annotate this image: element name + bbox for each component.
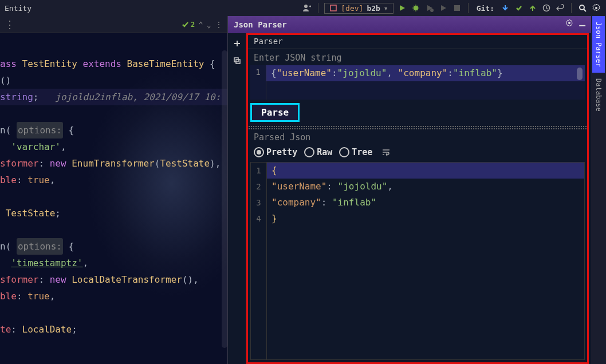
rail-tab-database[interactable]: Database (592, 73, 605, 117)
editor-tab-indicator[interactable]: ⋮ (5, 18, 15, 30)
code-editor-pane: ⋮ 2 ⌃ ⌄ ⋮ ass TestEntity extends BaseTim… (0, 16, 227, 364)
editor-more-icon[interactable]: ⋮ (215, 20, 223, 29)
tool-minimize-icon[interactable]: — (579, 19, 585, 31)
json-input-label: Enter JSON string (248, 50, 587, 65)
view-mode-selector: PrettyRawTree (248, 145, 587, 160)
svg-point-7 (568, 22, 570, 24)
svg-point-3 (430, 9, 434, 12)
stop-icon (452, 3, 462, 13)
add-tab-icon[interactable] (231, 38, 243, 49)
file-title: Entity (5, 4, 32, 13)
inspection-badge[interactable]: 2 (182, 21, 195, 29)
resize-divider[interactable] (248, 125, 587, 130)
input-scrollbar[interactable] (577, 68, 583, 80)
settings-icon[interactable] (591, 3, 601, 13)
rollback-icon[interactable] (555, 3, 565, 13)
svg-point-6 (580, 5, 584, 10)
nav-down-icon[interactable]: ⌄ (207, 20, 211, 29)
copy-icon[interactable] (231, 55, 243, 66)
git-push-icon[interactable] (528, 3, 538, 13)
json-input-area[interactable]: 1 {"userName":"jojoldu", "company":"infl… (250, 65, 585, 100)
debug-icon[interactable] (411, 3, 421, 13)
editor-scrollbar[interactable] (222, 50, 227, 348)
coverage-icon (424, 3, 435, 13)
run-configuration-selector[interactable]: [dev] b2b ▾ (324, 3, 393, 14)
git-commit-icon[interactable] (514, 3, 524, 13)
svg-point-0 (304, 5, 308, 8)
run-icon[interactable] (397, 3, 407, 13)
nav-up-icon[interactable]: ⌃ (198, 20, 203, 29)
svg-rect-1 (330, 5, 336, 11)
parsed-json-output[interactable]: 1234 { "userName": "jojoldu", "company":… (250, 162, 585, 360)
tool-window-header: Json Parser — (228, 16, 591, 33)
parsed-output-label: Parsed Json (248, 130, 587, 145)
user-add-icon[interactable] (302, 3, 312, 13)
top-toolbar: Entity [dev] b2b ▾ Git: (0, 0, 606, 16)
svg-rect-4 (454, 5, 460, 11)
parse-button[interactable]: Parse (250, 103, 300, 122)
git-label: Git: (477, 4, 494, 13)
json-parser-tool-window: Json Parser — Parser Enter JSON str (227, 16, 591, 364)
history-icon[interactable] (541, 3, 552, 13)
view-mode-pretty[interactable] (254, 147, 264, 157)
git-pull-icon[interactable] (500, 3, 510, 13)
view-mode-raw[interactable] (304, 147, 314, 157)
view-mode-tree[interactable] (339, 147, 349, 157)
wrap-toggle-icon[interactable] (381, 148, 391, 157)
parser-section-title: Parser (248, 35, 587, 48)
tool-settings-icon[interactable] (565, 19, 573, 31)
right-tool-rail: Json ParserDatabase (591, 16, 606, 364)
search-icon[interactable] (577, 3, 588, 13)
code-editor[interactable]: ass TestEntity extends BaseTimeEntity {(… (0, 33, 227, 343)
profile-icon (438, 3, 448, 13)
rail-tab-json-parser[interactable]: Json Parser (592, 16, 605, 73)
